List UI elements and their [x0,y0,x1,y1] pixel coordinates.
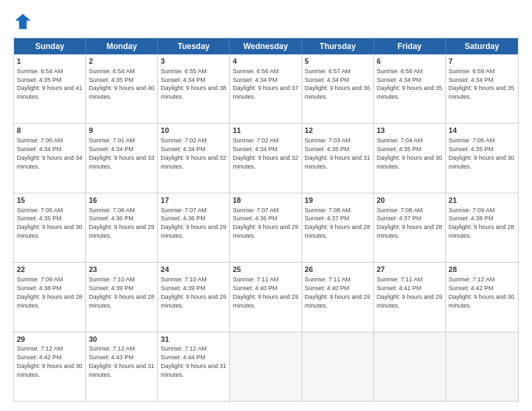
day-cell-8: 8Sunrise: 7:00 AMSunset: 4:34 PMDaylight… [14,124,86,192]
header-day-monday: Monday [86,38,158,54]
day-info: Sunrise: 7:04 AMSunset: 4:35 PMDaylight:… [377,137,443,169]
day-cell-30: 30Sunrise: 7:12 AMSunset: 4:43 PMDayligh… [86,332,158,401]
svg-marker-1 [15,14,30,23]
day-number: 26 [305,265,371,275]
day-info: Sunrise: 7:00 AMSunset: 4:34 PMDaylight:… [17,137,83,169]
day-info: Sunrise: 7:08 AMSunset: 4:37 PMDaylight:… [305,207,371,239]
day-cell-29: 29Sunrise: 7:12 AMSunset: 4:42 PMDayligh… [14,332,86,401]
day-number: 2 [89,56,154,66]
day-cell-17: 17Sunrise: 7:07 AMSunset: 4:36 PMDayligh… [158,193,230,262]
day-number: 21 [449,195,515,205]
day-cell-1: 1Sunrise: 6:54 AMSunset: 4:35 PMDaylight… [14,54,86,123]
day-info: Sunrise: 6:58 AMSunset: 4:34 PMDaylight:… [377,68,443,100]
day-number: 13 [377,126,443,136]
day-number: 25 [232,265,298,275]
day-cell-11: 11Sunrise: 7:02 AMSunset: 4:34 PMDayligh… [230,124,302,192]
day-number: 5 [305,56,371,66]
day-cell-27: 27Sunrise: 7:11 AMSunset: 4:41 PMDayligh… [374,263,446,331]
day-info: Sunrise: 7:10 AMSunset: 4:39 PMDaylight:… [161,276,226,308]
header-day-tuesday: Tuesday [158,38,230,54]
day-number: 17 [161,195,226,205]
day-number: 1 [17,56,83,66]
empty-cell [374,332,446,401]
day-number: 24 [161,265,226,275]
day-cell-2: 2Sunrise: 6:54 AMSunset: 4:35 PMDaylight… [86,54,158,123]
day-info: Sunrise: 7:03 AMSunset: 4:35 PMDaylight:… [305,137,371,169]
header-day-sunday: Sunday [14,38,86,54]
day-info: Sunrise: 7:11 AMSunset: 4:41 PMDaylight:… [377,276,443,308]
day-number: 29 [17,334,83,345]
day-number: 15 [17,195,83,205]
day-number: 19 [305,195,371,205]
day-info: Sunrise: 6:59 AMSunset: 4:34 PMDaylight:… [449,68,515,100]
day-info: Sunrise: 6:55 AMSunset: 4:34 PMDaylight:… [161,68,226,100]
calendar-header: SundayMondayTuesdayWednesdayThursdayFrid… [14,38,518,54]
day-number: 18 [232,195,298,205]
empty-cell [230,332,302,401]
day-cell-14: 14Sunrise: 7:05 AMSunset: 4:35 PMDayligh… [446,124,518,192]
day-cell-10: 10Sunrise: 7:02 AMSunset: 4:34 PMDayligh… [158,124,230,192]
day-info: Sunrise: 6:54 AMSunset: 4:35 PMDaylight:… [89,68,154,100]
header-day-thursday: Thursday [302,38,374,54]
header-day-saturday: Saturday [446,38,518,54]
day-info: Sunrise: 7:07 AMSunset: 4:36 PMDaylight:… [161,207,226,239]
calendar-row-5: 29Sunrise: 7:12 AMSunset: 4:42 PMDayligh… [14,332,518,401]
day-cell-22: 22Sunrise: 7:09 AMSunset: 4:38 PMDayligh… [14,263,86,331]
day-cell-19: 19Sunrise: 7:08 AMSunset: 4:37 PMDayligh… [302,193,374,262]
day-number: 6 [377,56,443,66]
day-info: Sunrise: 7:12 AMSunset: 4:42 PMDaylight:… [17,345,83,377]
day-info: Sunrise: 7:12 AMSunset: 4:42 PMDaylight:… [449,276,515,308]
day-number: 28 [449,265,515,275]
day-number: 20 [377,195,443,205]
day-cell-6: 6Sunrise: 6:58 AMSunset: 4:34 PMDaylight… [374,54,446,123]
day-cell-5: 5Sunrise: 6:57 AMSunset: 4:34 PMDaylight… [302,54,374,123]
day-info: Sunrise: 7:11 AMSunset: 4:40 PMDaylight:… [305,276,371,308]
calendar-row-3: 15Sunrise: 7:05 AMSunset: 4:35 PMDayligh… [14,193,518,262]
day-cell-23: 23Sunrise: 7:10 AMSunset: 4:39 PMDayligh… [86,263,158,331]
day-cell-24: 24Sunrise: 7:10 AMSunset: 4:39 PMDayligh… [158,263,230,331]
day-cell-20: 20Sunrise: 7:08 AMSunset: 4:37 PMDayligh… [374,193,446,262]
day-info: Sunrise: 7:09 AMSunset: 4:38 PMDaylight:… [17,276,83,308]
day-cell-15: 15Sunrise: 7:05 AMSunset: 4:35 PMDayligh… [14,193,86,262]
day-info: Sunrise: 7:10 AMSunset: 4:39 PMDaylight:… [89,276,154,308]
day-cell-13: 13Sunrise: 7:04 AMSunset: 4:35 PMDayligh… [374,124,446,192]
day-info: Sunrise: 7:08 AMSunset: 4:37 PMDaylight:… [377,207,443,239]
header-day-wednesday: Wednesday [230,38,302,54]
day-number: 22 [17,265,83,275]
day-cell-9: 9Sunrise: 7:01 AMSunset: 4:34 PMDaylight… [86,124,158,192]
logo-icon [13,12,32,31]
day-number: 3 [161,56,226,66]
calendar-row-2: 8Sunrise: 7:00 AMSunset: 4:34 PMDaylight… [14,123,518,192]
day-cell-3: 3Sunrise: 6:55 AMSunset: 4:34 PMDaylight… [158,54,230,123]
day-cell-21: 21Sunrise: 7:09 AMSunset: 4:38 PMDayligh… [446,193,518,262]
day-info: Sunrise: 7:01 AMSunset: 4:34 PMDaylight:… [89,137,154,169]
page: SundayMondayTuesdayWednesdayThursdayFrid… [0,0,532,411]
day-cell-28: 28Sunrise: 7:12 AMSunset: 4:42 PMDayligh… [446,263,518,331]
day-info: Sunrise: 6:56 AMSunset: 4:34 PMDaylight:… [232,68,298,100]
day-number: 7 [449,56,515,66]
calendar-row-4: 22Sunrise: 7:09 AMSunset: 4:38 PMDayligh… [14,262,518,331]
day-cell-12: 12Sunrise: 7:03 AMSunset: 4:35 PMDayligh… [302,124,374,192]
day-info: Sunrise: 7:11 AMSunset: 4:40 PMDaylight:… [232,276,298,308]
day-info: Sunrise: 7:02 AMSunset: 4:34 PMDaylight:… [161,137,226,169]
day-number: 12 [305,126,371,136]
day-cell-16: 16Sunrise: 7:06 AMSunset: 4:36 PMDayligh… [86,193,158,262]
day-info: Sunrise: 7:12 AMSunset: 4:44 PMDaylight:… [161,345,226,377]
empty-cell [302,332,374,401]
day-cell-25: 25Sunrise: 7:11 AMSunset: 4:40 PMDayligh… [230,263,302,331]
day-info: Sunrise: 7:02 AMSunset: 4:34 PMDaylight:… [232,137,298,169]
day-number: 16 [89,195,154,205]
day-info: Sunrise: 7:09 AMSunset: 4:38 PMDaylight:… [449,207,515,239]
day-number: 11 [232,126,298,136]
day-cell-7: 7Sunrise: 6:59 AMSunset: 4:34 PMDaylight… [446,54,518,123]
top-section [13,12,519,31]
day-info: Sunrise: 7:05 AMSunset: 4:35 PMDaylight:… [17,207,83,239]
day-number: 4 [232,56,298,66]
day-info: Sunrise: 7:07 AMSunset: 4:36 PMDaylight:… [232,207,298,239]
day-info: Sunrise: 6:54 AMSunset: 4:35 PMDaylight:… [17,68,83,100]
day-number: 27 [377,265,443,275]
day-info: Sunrise: 7:06 AMSunset: 4:36 PMDaylight:… [89,207,154,239]
day-number: 14 [449,126,515,136]
logo [13,12,35,31]
day-info: Sunrise: 7:05 AMSunset: 4:35 PMDaylight:… [449,137,515,169]
